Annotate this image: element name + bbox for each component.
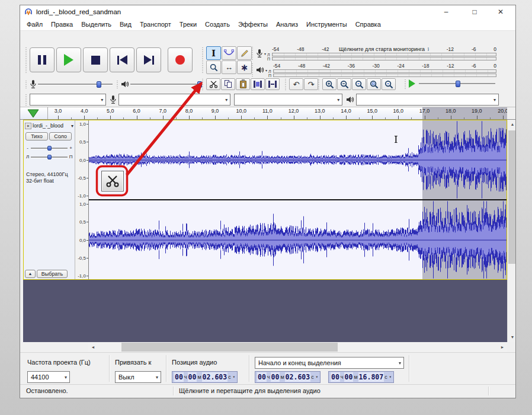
- trim-audio-button[interactable]: [251, 78, 265, 90]
- recording-volume-slider[interactable]: [37, 80, 114, 88]
- envelope-tool-button[interactable]: [222, 46, 236, 60]
- track-menu-icon[interactable]: ▾: [71, 123, 73, 129]
- silence-audio-button[interactable]: [265, 78, 280, 90]
- menu-item-7[interactable]: Создать: [201, 18, 234, 30]
- scroll-left-icon[interactable]: ◄: [88, 342, 98, 352]
- fit-selection-button[interactable]: [352, 78, 366, 90]
- zoom-out-button[interactable]: [337, 78, 351, 90]
- hours-value[interactable]: 00: [257, 372, 267, 382]
- hours-value[interactable]: 00: [331, 372, 340, 382]
- chevron-down-icon[interactable]: ▾: [265, 68, 267, 72]
- slider-thumb[interactable]: [47, 155, 52, 159]
- scroll-down-icon[interactable]: ▼: [508, 333, 516, 342]
- seconds-value[interactable]: 16.807: [358, 372, 384, 382]
- zoom-toggle-button[interactable]: [382, 78, 396, 90]
- minutes-value[interactable]: 00: [188, 372, 197, 382]
- hours-value[interactable]: 00: [174, 372, 184, 382]
- playhead-triangle-icon[interactable]: [27, 109, 40, 119]
- mute-button[interactable]: Тихо: [25, 132, 48, 141]
- gain-slider[interactable]: - +: [25, 144, 73, 152]
- menu-item-9[interactable]: Анализ: [272, 18, 302, 30]
- chevron-down-icon[interactable]: ▾: [264, 52, 266, 56]
- snap-to-combo[interactable]: Выкл ▾: [115, 371, 161, 383]
- track-control-panel[interactable]: ✕ lordi_-_blood ▾ Тихо Соло - + Л П Стер…: [24, 120, 75, 279]
- menu-item-2[interactable]: Правка: [47, 18, 77, 30]
- menu-item-4[interactable]: Вид: [116, 18, 136, 30]
- zoom-in-button[interactable]: [322, 78, 336, 90]
- pan-slider[interactable]: Л П: [25, 153, 73, 161]
- time-format-caret-icon[interactable]: ▾: [389, 375, 392, 379]
- time-format-caret-icon[interactable]: ▾: [316, 375, 318, 379]
- selection-end-display[interactable]: 00ч 00м 16.807с ▾: [328, 371, 394, 383]
- slider-thumb[interactable]: [47, 146, 52, 151]
- record-button[interactable]: [168, 47, 193, 72]
- skip-to-end-button[interactable]: [136, 47, 161, 72]
- minutes-value[interactable]: 00: [344, 372, 354, 382]
- selection-tool-button[interactable]: I: [206, 46, 221, 60]
- recording-meter[interactable]: ▾ -54-48-42-36-30-24-18-12-60Щёлкните дл…: [251, 46, 496, 61]
- pause-button[interactable]: [30, 47, 55, 72]
- timeline-scale[interactable]: 3,04,05,06,07,08,09,010,011,012,013,014,…: [20, 107, 507, 119]
- time-format-caret-icon[interactable]: ▾: [233, 375, 235, 379]
- vertical-scrollbar[interactable]: ▲ ▼: [507, 120, 516, 342]
- menu-item-3[interactable]: Выделить: [77, 18, 116, 30]
- menu-item-5[interactable]: Транспорт: [136, 18, 175, 30]
- recording-device-combo[interactable]: ▾: [118, 94, 230, 106]
- collapse-track-button[interactable]: ▲: [25, 270, 36, 278]
- track-close-icon[interactable]: ✕: [25, 123, 31, 129]
- horizontal-scrollbar[interactable]: ◄ ►: [88, 342, 507, 352]
- play-button[interactable]: [56, 47, 81, 72]
- playback-volume-slider[interactable]: [129, 80, 203, 88]
- recording-channels-combo[interactable]: ▾: [234, 94, 342, 106]
- audio-position-display[interactable]: 00ч 00м 02.603с ▾: [172, 371, 238, 383]
- minimize-button[interactable]: –: [435, 5, 457, 18]
- maximize-button[interactable]: □: [463, 5, 486, 18]
- copy-button[interactable]: [221, 78, 235, 90]
- menu-item-8[interactable]: Эффекты: [234, 18, 272, 30]
- menu-item-6[interactable]: Треки: [175, 18, 201, 30]
- play-at-speed-icon[interactable]: [409, 79, 415, 88]
- multi-tool-button[interactable]: ∗: [237, 60, 252, 74]
- selection-mode-combo[interactable]: Начало и конец выделения ▾: [255, 357, 404, 369]
- waveform-channel-left[interactable]: [89, 120, 507, 199]
- zoom-tool-button[interactable]: [206, 60, 221, 74]
- fit-project-button[interactable]: [367, 78, 381, 90]
- draw-tool-button[interactable]: [237, 46, 252, 60]
- select-track-button[interactable]: Выбрать: [37, 270, 68, 278]
- scroll-up-icon[interactable]: ▲: [508, 120, 516, 129]
- horizontal-scroll-thumb[interactable]: [121, 343, 338, 352]
- track-title[interactable]: lordi_-_blood: [33, 123, 70, 129]
- project-rate-combo[interactable]: 44100 ▾: [27, 371, 70, 383]
- menu-item-10[interactable]: Инструменты: [302, 18, 351, 30]
- timeline-ruler[interactable]: 3,04,05,06,07,08,09,010,011,012,013,014,…: [20, 107, 515, 120]
- monitoring-hint[interactable]: Щёлкните для старта мониторинга: [336, 46, 428, 53]
- paste-button[interactable]: [236, 78, 250, 90]
- waveform-area[interactable]: I: [89, 120, 507, 279]
- scroll-right-icon[interactable]: ►: [498, 342, 507, 352]
- slider-thumb[interactable]: [97, 81, 101, 88]
- waveform-channel-right[interactable]: [89, 200, 507, 279]
- slider-thumb[interactable]: [456, 81, 460, 87]
- playback-meter[interactable]: ▾ -54-48-42-36-30-24-18-12-60 Л П: [251, 62, 496, 78]
- stop-button[interactable]: [83, 47, 108, 72]
- seconds-value[interactable]: 02.603: [285, 372, 311, 382]
- close-button[interactable]: ✕: [489, 5, 512, 18]
- seconds-value[interactable]: 02.603: [202, 372, 228, 382]
- vertical-scale-ruler[interactable]: 1,00,50,0-0,5-1,01,00,50,0-0,5-1,0: [75, 120, 89, 279]
- skip-to-start-button[interactable]: [110, 47, 134, 72]
- selection-start-display[interactable]: 00ч 00м 02.603с ▾: [255, 371, 321, 383]
- menu-item-11[interactable]: Справка: [351, 18, 385, 30]
- title-bar[interactable]: lordi_-_blood_red_sandman – □ ✕: [20, 5, 515, 18]
- vertical-scroll-thumb[interactable]: [508, 130, 516, 264]
- timeshift-tool-button[interactable]: ↔: [222, 60, 236, 74]
- undo-button[interactable]: ↶: [289, 78, 303, 90]
- play-speed-slider[interactable]: [418, 79, 496, 88]
- solo-button[interactable]: Соло: [49, 132, 72, 141]
- pinned-playhead-control[interactable]: [20, 107, 48, 119]
- playback-device-combo[interactable]: ▾: [356, 94, 499, 106]
- redo-button[interactable]: ↷: [304, 78, 318, 90]
- minutes-value[interactable]: 00: [271, 372, 280, 382]
- cut-button[interactable]: [206, 78, 220, 90]
- menu-item-1[interactable]: Файл: [23, 18, 47, 30]
- audio-host-combo[interactable]: ▾: [30, 94, 106, 106]
